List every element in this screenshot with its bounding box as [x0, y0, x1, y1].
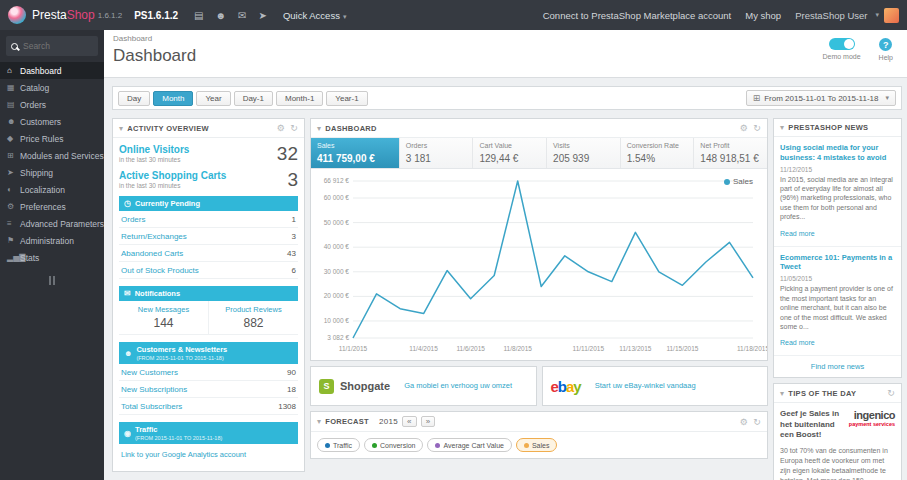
- metric-sales-button[interactable]: Sales: [516, 438, 558, 452]
- online-visitors-sub: in the last 30 minutes: [119, 156, 189, 163]
- topbar: PrestaShop 1.6.1.2 PS1.6.1.2 ▤ ☻ ✉ ➤ Qui…: [0, 0, 907, 30]
- customers-section-title: Customers & Newsletters: [136, 345, 227, 354]
- next-year-button[interactable]: »: [421, 416, 436, 427]
- user-menu[interactable]: PrestaShop User ▾: [795, 8, 899, 23]
- active-carts-label[interactable]: Active Shopping Carts: [119, 170, 226, 181]
- sidebar-search[interactable]: [6, 36, 98, 56]
- ingenico-logo: ingenico payment services: [849, 409, 895, 427]
- rocket-icon[interactable]: ➤: [258, 10, 266, 21]
- chevron-down-icon: ▾: [780, 389, 784, 398]
- refresh-icon[interactable]: ↻: [290, 123, 298, 133]
- page-title: Dashboard: [113, 46, 897, 66]
- ingenico-tagline: payment services: [849, 421, 895, 427]
- chart-legend[interactable]: Sales: [724, 177, 753, 186]
- google-analytics-link[interactable]: Link to your Google Analytics account: [119, 444, 298, 465]
- dashboard-panel: ▾ Dashboard ⚙ ↻ Sales411 759,00 € Orders…: [310, 118, 768, 361]
- sidebar-item-administration[interactable]: ⚑Administration: [0, 232, 104, 249]
- metric-average-cart-value-button[interactable]: Average Cart Value: [427, 438, 511, 452]
- row-value: 90: [287, 368, 296, 377]
- metric-dot: [372, 443, 377, 448]
- kpi-orders[interactable]: Orders3 181: [399, 138, 473, 168]
- my-shop-link[interactable]: My shop: [745, 10, 781, 21]
- sidebar-item-preferences[interactable]: ⚙Preferences: [0, 198, 104, 215]
- list-item[interactable]: Return/Exchanges3: [119, 228, 298, 245]
- demo-mode-toggle[interactable]: Demo mode: [822, 38, 860, 61]
- sidebar-item-modules[interactable]: ⊞Modules and Services: [0, 147, 104, 164]
- stat-label: New Messages: [121, 305, 206, 314]
- date-range-picker[interactable]: ⊞ From 2015-11-01 To 2015-11-18 ▾: [746, 90, 896, 106]
- sidebar-item-shipping[interactable]: ➤Shipping: [0, 164, 104, 181]
- customers-icon[interactable]: ☻: [216, 10, 227, 21]
- find-more-news-link[interactable]: Find more news: [774, 356, 901, 377]
- sidebar-item-price-rules[interactable]: ◆Price Rules: [0, 130, 104, 147]
- prev-year-button[interactable]: «: [402, 416, 417, 427]
- sidebar-item-label: Customers: [20, 117, 61, 127]
- search-icon: [11, 43, 18, 50]
- svg-text:11/15/2015: 11/15/2015: [666, 345, 698, 352]
- sidebar-item-catalog[interactable]: ▦Catalog: [0, 79, 104, 96]
- kpi-conversion-rate[interactable]: Conversion Rate1.54%: [620, 138, 694, 168]
- list-item[interactable]: Abandoned Carts43: [119, 245, 298, 262]
- help-button[interactable]: ? Help: [879, 38, 893, 61]
- kpi-value: 148 918,51 €: [700, 153, 761, 164]
- list-item[interactable]: Out of Stock Products6: [119, 262, 298, 279]
- list-item[interactable]: Total Subscribers1308: [119, 398, 298, 415]
- range-day-1-button[interactable]: Day-1: [234, 91, 273, 106]
- collapse-menu-icon[interactable]: [0, 276, 104, 285]
- sidebar-item-customers[interactable]: ☻Customers: [0, 113, 104, 130]
- metric-conversion-button[interactable]: Conversion: [364, 438, 423, 452]
- product-reviews-stat[interactable]: Product Reviews 882: [208, 301, 298, 334]
- sales-chart: Sales 66 912 €60 000 €50 000 €40 000 €30…: [311, 169, 767, 360]
- cart-icon[interactable]: ▤: [194, 10, 203, 21]
- kpi-visits[interactable]: Visits205 939: [546, 138, 620, 168]
- read-more-link[interactable]: Read more: [780, 230, 815, 237]
- range-year-button[interactable]: Year: [196, 91, 230, 106]
- list-item[interactable]: New Customers90: [119, 364, 298, 381]
- online-visitors-value: 32: [277, 144, 298, 163]
- quick-access-menu[interactable]: Quick Access▾: [283, 10, 347, 21]
- toggle-switch[interactable]: [829, 38, 855, 50]
- refresh-icon[interactable]: ↻: [887, 388, 895, 398]
- range-month-button[interactable]: Month: [153, 91, 193, 106]
- gear-icon[interactable]: ⚙: [277, 123, 285, 133]
- shop-name[interactable]: PS1.6.1.2: [134, 10, 178, 21]
- range-month-1-button[interactable]: Month-1: [276, 91, 323, 106]
- refresh-icon[interactable]: ↻: [753, 417, 761, 427]
- news-title-link[interactable]: Ecommerce 101: Payments in a Tweet: [780, 253, 895, 273]
- metric-traffic-button[interactable]: Traffic: [317, 438, 360, 452]
- list-item[interactable]: New Subscriptions18: [119, 381, 298, 398]
- gear-icon[interactable]: ⚙: [740, 123, 748, 133]
- sidebar-item-label: Preferences: [20, 202, 66, 212]
- news-excerpt: In 2015, social media are an integral pa…: [780, 175, 895, 222]
- messages-icon[interactable]: ✉: [238, 10, 246, 21]
- list-item[interactable]: Orders1: [119, 211, 298, 228]
- online-visitors-label[interactable]: Online Visitors: [119, 144, 189, 155]
- new-messages-stat[interactable]: New Messages 144: [119, 301, 208, 334]
- sidebar-item-dashboard[interactable]: ⌂Dashboard: [0, 62, 104, 79]
- shopgate-link[interactable]: Ga mobiel en verhoog uw omzet: [404, 381, 512, 390]
- sidebar-item-localization[interactable]: ◐Localization: [0, 181, 104, 198]
- svg-text:40 000 €: 40 000 €: [324, 243, 350, 250]
- news-title-link[interactable]: Using social media for your business: 4 …: [780, 143, 895, 163]
- range-day-button[interactable]: Day: [118, 91, 150, 106]
- ingenico-brand: ingenico: [849, 409, 895, 421]
- search-input[interactable]: [23, 41, 93, 51]
- sidebar-item-advanced-parameters[interactable]: ≡Advanced Parameters: [0, 215, 104, 232]
- chevron-down-icon: ▾: [317, 417, 321, 426]
- kpi-cart-value[interactable]: Cart Value129,44 €: [472, 138, 546, 168]
- read-more-link[interactable]: Read more: [780, 339, 815, 346]
- kpi-value: 129,44 €: [479, 153, 540, 164]
- kpi-sales[interactable]: Sales411 759,00 €: [311, 138, 399, 168]
- kpi-net-profit[interactable]: Net Profit148 918,51 €: [693, 138, 767, 168]
- gear-icon[interactable]: ⚙: [740, 417, 748, 427]
- sidebar-item-orders[interactable]: ▤Orders: [0, 96, 104, 113]
- range-year-1-button[interactable]: Year-1: [326, 91, 367, 106]
- globe-icon: ◉: [124, 429, 131, 438]
- ebay-link[interactable]: Start uw eBay-winkel vandaag: [595, 381, 696, 390]
- customers-section-subtitle: (FROM 2015-11-01 TO 2015-11-18): [136, 355, 227, 361]
- kpi-label: Sales: [317, 142, 393, 149]
- refresh-icon[interactable]: ↻: [753, 123, 761, 133]
- legend-label: Sales: [733, 177, 753, 186]
- marketplace-link[interactable]: Connect to PrestaShop Marketplace accoun…: [543, 10, 732, 21]
- sidebar-item-stats[interactable]: ▂▅▇Stats: [0, 249, 104, 266]
